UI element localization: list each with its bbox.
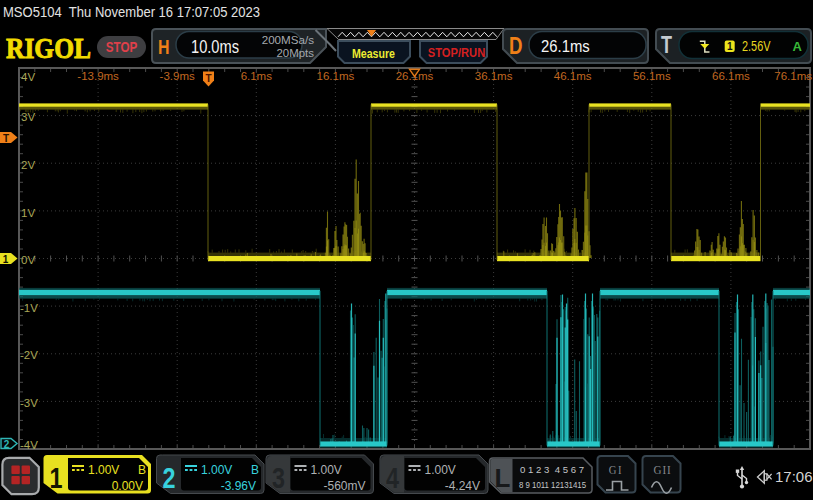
svg-text:1: 1: [3, 254, 9, 265]
svg-text:-13.9ms: -13.9ms: [77, 70, 119, 82]
svg-text:20Mpts: 20Mpts: [277, 47, 315, 59]
svg-text:1.00V: 1.00V: [88, 463, 119, 477]
svg-text:-1V: -1V: [20, 302, 38, 314]
svg-text:0V: 0V: [21, 254, 35, 266]
svg-text:2.56V: 2.56V: [742, 37, 771, 54]
svg-text:RIGOL: RIGOL: [6, 32, 91, 64]
svg-text:56.1ms: 56.1ms: [633, 70, 671, 82]
svg-text:GI: GI: [609, 462, 624, 477]
svg-text:26.1ms: 26.1ms: [541, 37, 590, 56]
svg-text:-3.96V: -3.96V: [221, 479, 256, 493]
svg-text:L: L: [495, 463, 511, 493]
svg-text:STOP/RUN: STOP/RUN: [428, 45, 486, 60]
svg-text:T: T: [3, 133, 9, 144]
svg-text:-4V: -4V: [20, 439, 38, 451]
svg-text:A: A: [793, 39, 803, 54]
svg-text:1.00V: 1.00V: [425, 463, 456, 477]
svg-text:-4.24V: -4.24V: [445, 479, 480, 493]
svg-text:66.1ms: 66.1ms: [712, 70, 750, 82]
svg-text:46.1ms: 46.1ms: [554, 70, 592, 82]
svg-text:1V: 1V: [21, 207, 35, 219]
svg-text:36.1ms: 36.1ms: [475, 70, 513, 82]
svg-text:-560mV: -560mV: [323, 479, 365, 493]
svg-text:D: D: [509, 33, 523, 59]
svg-text:-3V: -3V: [20, 397, 38, 409]
svg-text:1.00V: 1.00V: [311, 463, 342, 477]
svg-text:10.0ms: 10.0ms: [191, 37, 239, 57]
svg-text:8 9 1011 12131415: 8 9 1011 12131415: [519, 479, 586, 490]
svg-text:1.00V: 1.00V: [201, 463, 232, 477]
svg-text:GII: GII: [654, 462, 672, 477]
svg-text:-3.9ms: -3.9ms: [160, 70, 195, 82]
svg-text:200MSa/s: 200MSa/s: [262, 34, 315, 46]
svg-text:2: 2: [4, 439, 10, 450]
svg-text:T: T: [661, 31, 672, 58]
svg-text:4V: 4V: [21, 71, 35, 83]
svg-text:Measure: Measure: [352, 46, 395, 61]
svg-text:6.1ms: 6.1ms: [241, 70, 273, 82]
svg-text:H: H: [158, 35, 170, 58]
svg-text:0 1 2 3 4 5 6 7: 0 1 2 3 4 5 6 7: [520, 464, 584, 475]
svg-text:16.1ms: 16.1ms: [317, 70, 355, 82]
svg-text:-2V: -2V: [20, 349, 38, 361]
svg-text:3V: 3V: [21, 111, 35, 123]
svg-text:17:06: 17:06: [775, 468, 813, 485]
svg-text:1: 1: [727, 41, 733, 52]
svg-text:B: B: [251, 463, 259, 477]
svg-text:STOP: STOP: [106, 39, 138, 55]
svg-text:76.1ms: 76.1ms: [774, 70, 812, 82]
svg-text:T: T: [205, 73, 211, 84]
svg-text:4: 4: [386, 461, 399, 494]
svg-text:0.00V: 0.00V: [112, 479, 143, 493]
svg-text:1: 1: [50, 461, 63, 494]
svg-text:3: 3: [272, 461, 285, 494]
svg-text:2: 2: [163, 461, 176, 494]
svg-text:MSO5104 Thu November 16 17:07: MSO5104 Thu November 16 17:07:05 2023: [3, 4, 260, 20]
svg-text:2V: 2V: [21, 159, 35, 171]
svg-text:B: B: [138, 463, 146, 477]
